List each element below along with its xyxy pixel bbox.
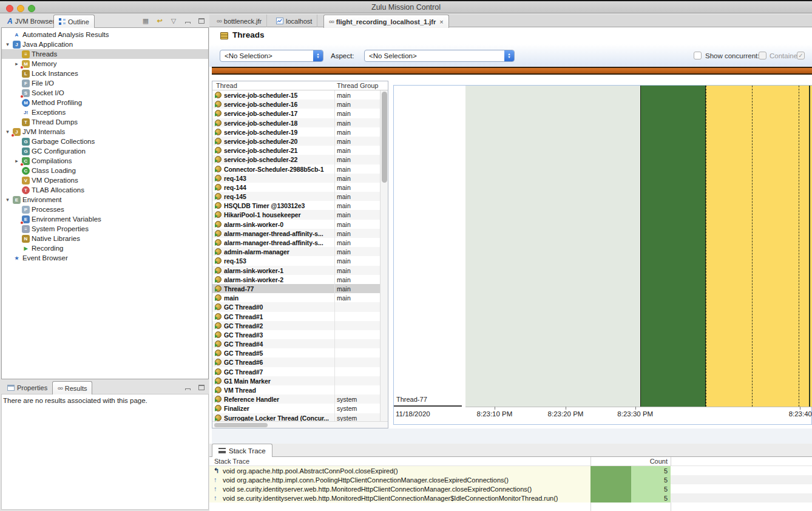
- tree-item-jvm-internals[interactable]: ▾ J JVM Internals: [2, 127, 208, 137]
- tab-results[interactable]: oo Results: [52, 381, 92, 394]
- minimize-icon[interactable]: [183, 383, 192, 392]
- thread-row-connector-scheduler-2988b5cb-1[interactable]: Connector-Scheduler-2988b5cb-1 main: [212, 164, 380, 174]
- thread-row-alarm-sink-worker-1[interactable]: alarm-sink-worker-1 main: [212, 266, 380, 275]
- thread-row-hsqldb-timer-130312e3[interactable]: HSQLDB Timer @130312e3 main: [212, 201, 380, 210]
- window-titlebar[interactable]: Zulu Mission Control: [0, 0, 812, 13]
- thread-row-gc-thread-3[interactable]: GC Thread#3: [212, 330, 380, 339]
- thread-row-surrogate-locker-thread-concur[interactable]: Surrogate Locker Thread (Concur... syste…: [212, 413, 380, 421]
- thread-row-service-job-scheduler-17[interactable]: service-job-scheduler-17 main: [212, 109, 380, 118]
- thread-row-finalizer[interactable]: Finalizer system: [212, 404, 380, 413]
- thread-row-alarm-sink-worker-2[interactable]: alarm-sink-worker-2 main: [212, 275, 380, 284]
- expand-arrow-icon[interactable]: ▾: [4, 129, 11, 135]
- thread-row-service-job-scheduler-16[interactable]: service-job-scheduler-16 main: [212, 100, 380, 109]
- tree-item-class-loading[interactable]: C Class Loading: [2, 166, 208, 175]
- thread-filter-combo[interactable]: <No Selection> ▲▼: [220, 50, 323, 62]
- tab-properties[interactable]: Properties: [2, 381, 52, 394]
- column-header-thread[interactable]: Thread: [216, 82, 237, 89]
- thread-row-gc-thread-4[interactable]: GC Thread#4: [212, 339, 380, 348]
- close-tab-icon[interactable]: ×: [439, 18, 443, 25]
- tab-stack-trace[interactable]: Stack Trace: [212, 444, 272, 457]
- view-menu-icon[interactable]: ▽: [169, 16, 178, 25]
- tree-item-lock-instances[interactable]: L Lock Instances: [2, 69, 208, 78]
- tree-item-memory[interactable]: ▸ M Memory: [2, 59, 208, 69]
- aspect-combo[interactable]: <No Selection> ▲▼: [364, 50, 515, 62]
- thread-row-service-job-scheduler-15[interactable]: service-job-scheduler-15 main: [212, 90, 380, 100]
- thread-row-gc-thread-2[interactable]: GC Thread#2: [212, 321, 380, 330]
- show-concurrent-checkbox[interactable]: [694, 52, 702, 59]
- collapse-all-icon[interactable]: ↩: [155, 16, 164, 25]
- stack-trace-row[interactable]: ↑ void se.curity.identityserver.web.http…: [209, 493, 812, 503]
- thread-row-alarm-manager-thread-affinity-s[interactable]: alarm-manager-thread-affinity-s... main: [212, 229, 380, 238]
- tab-outline[interactable]: Outline: [53, 15, 95, 28]
- thread-table-horizontal-scrollbar[interactable]: [212, 421, 388, 428]
- tree-item-garbage-collections[interactable]: G Garbage Collections: [2, 137, 208, 146]
- expand-arrow-icon[interactable]: ▸: [13, 158, 20, 164]
- timeline-range-selector[interactable]: [212, 67, 812, 75]
- tree-item-automated-analysis-results[interactable]: A Automated Analysis Results: [2, 30, 208, 39]
- tree-item-environment-variables[interactable]: E Environment Variables: [2, 214, 208, 224]
- tab-localhost[interactable]: localhost: [271, 15, 317, 27]
- thread-table-vertical-scrollbar[interactable]: [380, 90, 388, 421]
- tree-item-gc-configuration[interactable]: G GC Configuration: [2, 146, 208, 156]
- tab-bottleneck-jfr[interactable]: oo bottleneck.jfr: [212, 15, 267, 27]
- thread-row-alarm-manager-thread-affinity-s[interactable]: alarm-manager-thread-affinity-s... main: [212, 238, 380, 247]
- thread-lane-band[interactable]: [465, 86, 812, 407]
- column-header-stack-trace[interactable]: Stack Trace: [214, 458, 249, 465]
- checked-option-checkbox[interactable]: ✓: [797, 52, 805, 59]
- tab-jvm-browser[interactable]: A JVM Browser: [2, 15, 59, 27]
- tree-item-method-profiling[interactable]: M Method Profiling: [2, 98, 208, 107]
- scrollbar-thumb[interactable]: [382, 92, 387, 183]
- stack-trace-row[interactable]: ↑ void org.apache.http.impl.conn.Pooling…: [209, 475, 812, 484]
- thread-row-req-153[interactable]: req-153 main: [212, 256, 380, 265]
- tree-item-event-browser[interactable]: ★ Event Browser: [2, 253, 208, 263]
- thread-row-gc-thread-6[interactable]: GC Thread#6: [212, 357, 380, 367]
- maximize-icon[interactable]: [197, 383, 206, 392]
- tab-flight-recording-localhost-1-jfr[interactable]: oo flight_recording_localhost_1.jfr ×: [323, 15, 449, 28]
- maximize-icon[interactable]: [197, 16, 206, 25]
- thread-row-admin-alarm-manager[interactable]: admin-alarm-manager main: [212, 247, 380, 256]
- combo-stepper-icon[interactable]: ▲▼: [313, 50, 323, 61]
- thread-row-gc-thread-7[interactable]: GC Thread#7: [212, 367, 380, 376]
- thread-row-vm-thread[interactable]: VM Thread: [212, 385, 380, 394]
- thread-row-service-job-scheduler-19[interactable]: service-job-scheduler-19 main: [212, 127, 380, 137]
- tree-item-threads[interactable]: ≡ Threads: [2, 49, 208, 59]
- thread-row-req-143[interactable]: req-143 main: [212, 174, 380, 183]
- thread-row-gc-thread-1[interactable]: GC Thread#1: [212, 312, 380, 321]
- stack-trace-row[interactable]: ↰ void org.apache.http.pool.AbstractConn…: [209, 466, 812, 475]
- thread-row-req-145[interactable]: req-145 main: [212, 192, 380, 201]
- tree-item-socket-i-o[interactable]: S Socket I/O: [2, 88, 208, 98]
- tree-item-exceptions[interactable]: J! Exceptions: [2, 107, 208, 117]
- tree-item-native-libraries[interactable]: N Native Libraries: [2, 234, 208, 243]
- thread-row-service-job-scheduler-21[interactable]: service-job-scheduler-21 main: [212, 146, 380, 155]
- thread-row-thread-77[interactable]: Thread-77 main: [212, 284, 380, 293]
- link-with-editor-icon[interactable]: ▦: [141, 16, 151, 25]
- thread-row-main[interactable]: main main: [212, 293, 380, 302]
- thread-row-alarm-sink-worker-0[interactable]: alarm-sink-worker-0 main: [212, 220, 380, 229]
- thread-row-gc-thread-5[interactable]: GC Thread#5: [212, 348, 380, 357]
- tree-item-thread-dumps[interactable]: T Thread Dumps: [2, 117, 208, 127]
- thread-row-service-job-scheduler-22[interactable]: service-job-scheduler-22 main: [212, 155, 380, 164]
- stack-trace-row[interactable]: ↑ void se.curity.identityserver.web.http…: [209, 484, 812, 493]
- expand-arrow-icon[interactable]: ▾: [4, 41, 11, 47]
- combo-stepper-icon[interactable]: ▲▼: [504, 50, 514, 61]
- thread-row-req-144[interactable]: req-144 main: [212, 183, 380, 192]
- thread-row-hikaripool-1-housekeeper[interactable]: HikariPool-1 housekeeper main: [212, 210, 380, 219]
- tree-item-compilations[interactable]: ▸ C Compilations: [2, 156, 208, 166]
- thread-row-reference-handler[interactable]: Reference Handler system: [212, 394, 380, 404]
- scrollbar-thumb[interactable]: [214, 423, 268, 427]
- expand-arrow-icon[interactable]: ▸: [13, 61, 20, 67]
- tree-item-file-i-o[interactable]: F File I/O: [2, 78, 208, 88]
- thread-row-g1-main-marker[interactable]: G1 Main Marker: [212, 376, 380, 385]
- thread-timeline-chart[interactable]: Thread-77 8:23:10 PM8:23:20 PM8:23:30 PM…: [393, 85, 812, 425]
- thread-row-gc-thread-0[interactable]: GC Thread#0: [212, 302, 380, 311]
- tree-item-processes[interactable]: P Processes: [2, 205, 208, 214]
- tree-item-vm-operations[interactable]: V VM Operations: [2, 175, 208, 185]
- thread-row-service-job-scheduler-18[interactable]: service-job-scheduler-18 main: [212, 118, 380, 127]
- tree-item-recording[interactable]: ▶ Recording: [2, 243, 208, 253]
- thread-row-service-job-scheduler-20[interactable]: service-job-scheduler-20 main: [212, 137, 380, 146]
- tree-item-java-application[interactable]: ▾ J Java Application: [2, 39, 208, 49]
- tree-item-tlab-allocations[interactable]: T TLAB Allocations: [2, 185, 208, 195]
- minimize-icon[interactable]: [183, 16, 192, 25]
- column-header-count[interactable]: Count: [590, 458, 668, 465]
- tree-item-system-properties[interactable]: ≡ System Properties: [2, 224, 208, 234]
